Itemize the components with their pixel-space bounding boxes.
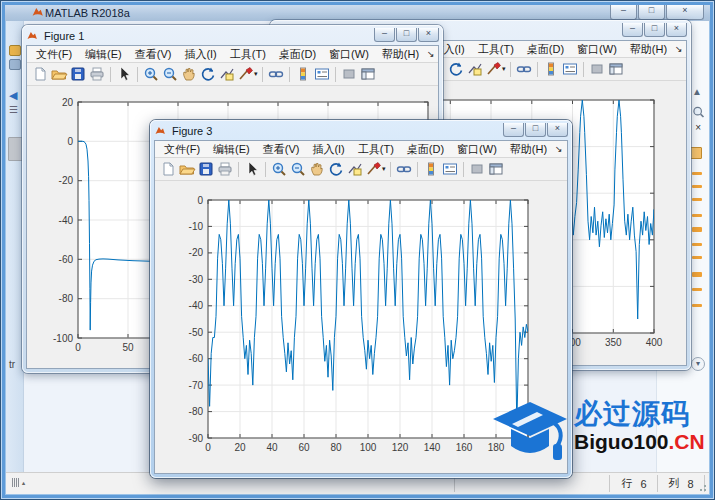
maximize-button[interactable]: □ [638, 5, 665, 20]
menu-item-help[interactable]: 帮助(H) [505, 141, 552, 158]
figure1-titlebar[interactable]: Figure 1 – □ × [26, 28, 439, 45]
warning-marker[interactable] [692, 198, 702, 201]
menu-item-window[interactable]: 窗口(W) [324, 46, 374, 63]
menu-item-file[interactable]: 文件(F) [31, 46, 77, 63]
minimize-button[interactable]: – [622, 23, 643, 37]
warning-marker[interactable] [692, 172, 702, 175]
insert-legend-icon[interactable] [441, 161, 459, 177]
insert-legend-icon[interactable] [313, 66, 331, 82]
scroll-down-icon[interactable]: ▾ [691, 357, 705, 371]
link-plot-icon[interactable] [515, 61, 533, 77]
zoom-in-icon[interactable] [142, 66, 160, 82]
menu-item-desktop[interactable]: 桌面(D) [402, 141, 449, 158]
pan-icon[interactable] [308, 161, 326, 177]
print-icon[interactable] [216, 161, 234, 177]
warning-marker[interactable] [692, 256, 702, 259]
close-button[interactable]: × [547, 123, 568, 137]
main-titlebar[interactable]: MATLAB R2018a – □ × [5, 5, 710, 21]
menu-item-edit[interactable]: 编辑(E) [208, 141, 255, 158]
data-cursor-icon[interactable] [466, 61, 484, 77]
new-file-icon[interactable] [159, 161, 177, 177]
menu-item-desktop[interactable]: 桌面(D) [522, 41, 569, 58]
scroll-up-icon[interactable]: ▲ [692, 87, 702, 97]
resize-grip[interactable] [697, 482, 707, 492]
rotate-3d-icon[interactable] [327, 161, 345, 177]
new-file-icon[interactable] [31, 66, 49, 82]
close-icon[interactable]: × [695, 123, 701, 133]
scrollbar-thumb[interactable] [8, 137, 23, 161]
maximize-button[interactable]: □ [396, 28, 417, 42]
zoom-out-icon[interactable] [161, 66, 179, 82]
show-plot-tools-icon[interactable] [607, 61, 625, 77]
brush-icon[interactable] [237, 66, 255, 82]
figure3-titlebar[interactable]: Figure 3 – □ × [154, 123, 568, 140]
back-arrow-icon[interactable]: ◀ [9, 89, 17, 102]
edit-plot-cursor-icon[interactable] [115, 66, 133, 82]
brush-dropdown-icon[interactable]: ▾ [254, 70, 258, 78]
menu-grip-icon[interactable]: ☰ [9, 104, 18, 115]
menu-item-help[interactable]: 帮助(H) [625, 41, 672, 58]
menu-item-desktop[interactable]: 桌面(D) [274, 46, 321, 63]
zoom-in-icon[interactable] [270, 161, 288, 177]
print-icon[interactable] [88, 66, 106, 82]
zoom-out-icon[interactable] [289, 161, 307, 177]
show-plot-tools-icon[interactable] [487, 161, 505, 177]
toolstrip-icon[interactable] [9, 45, 21, 56]
warning-marker[interactable] [692, 227, 702, 232]
pan-icon[interactable] [180, 66, 198, 82]
warning-marker[interactable] [692, 304, 702, 307]
link-plot-icon[interactable] [267, 66, 285, 82]
menu-item-insert[interactable]: 插入(I) [179, 46, 221, 63]
menu-overflow-icon[interactable]: ↘ [555, 144, 563, 154]
search-icon[interactable] [691, 105, 706, 119]
insert-colorbar-icon[interactable] [542, 61, 560, 77]
toolstrip-icon[interactable] [9, 59, 21, 70]
menu-item-window[interactable]: 窗口(W) [452, 141, 502, 158]
menu-item-insert[interactable]: 插入(I) [307, 141, 349, 158]
link-plot-icon[interactable] [395, 161, 413, 177]
show-plot-tools-icon[interactable] [359, 66, 377, 82]
save-icon[interactable] [69, 66, 87, 82]
statusbar-grip-icon[interactable]: ▴ [12, 478, 25, 487]
minimize-button[interactable]: – [610, 5, 637, 20]
warning-marker[interactable] [692, 243, 702, 246]
rotate-3d-icon[interactable] [199, 66, 217, 82]
hide-plot-tools-icon[interactable] [468, 161, 486, 177]
menu-item-view[interactable]: 查看(V) [130, 46, 177, 63]
menu-overflow-icon[interactable]: ↘ [675, 44, 683, 54]
data-cursor-icon[interactable] [218, 66, 236, 82]
close-button[interactable]: × [666, 23, 687, 37]
brush-icon[interactable] [485, 61, 503, 77]
open-file-icon[interactable] [50, 66, 68, 82]
menu-item-view[interactable]: 查看(V) [258, 141, 305, 158]
maximize-button[interactable]: □ [644, 23, 665, 37]
open-file-icon[interactable] [178, 161, 196, 177]
minimize-button[interactable]: – [503, 123, 524, 137]
brush-dropdown-icon[interactable]: ▾ [382, 165, 386, 173]
insert-colorbar-icon[interactable] [294, 66, 312, 82]
menu-item-tools[interactable]: 工具(T) [353, 141, 399, 158]
minimize-button[interactable]: – [374, 28, 395, 42]
menu-item-tools[interactable]: 工具(T) [473, 41, 519, 58]
menu-item-file[interactable]: 文件(F) [159, 141, 205, 158]
hide-plot-tools-icon[interactable] [340, 66, 358, 82]
edit-plot-cursor-icon[interactable] [243, 161, 261, 177]
warning-marker[interactable] [692, 288, 702, 291]
insert-colorbar-icon[interactable] [422, 161, 440, 177]
data-cursor-icon[interactable] [346, 161, 364, 177]
menu-item-tools[interactable]: 工具(T) [225, 46, 271, 63]
insert-legend-icon[interactable] [561, 61, 579, 77]
menu-item-edit[interactable]: 编辑(E) [80, 46, 127, 63]
maximize-button[interactable]: □ [525, 123, 546, 137]
menu-item-help[interactable]: 帮助(H) [377, 46, 424, 63]
warning-marker[interactable] [692, 214, 702, 217]
brush-dropdown-icon[interactable]: ▾ [502, 65, 506, 73]
brush-icon[interactable] [365, 161, 383, 177]
hide-plot-tools-icon[interactable] [588, 61, 606, 77]
rotate-3d-icon[interactable] [447, 61, 465, 77]
warning-marker[interactable] [692, 185, 702, 188]
warning-marker[interactable] [692, 272, 702, 277]
close-button[interactable]: × [418, 28, 439, 42]
menu-overflow-icon[interactable]: ↘ [427, 49, 435, 59]
save-icon[interactable] [197, 161, 215, 177]
